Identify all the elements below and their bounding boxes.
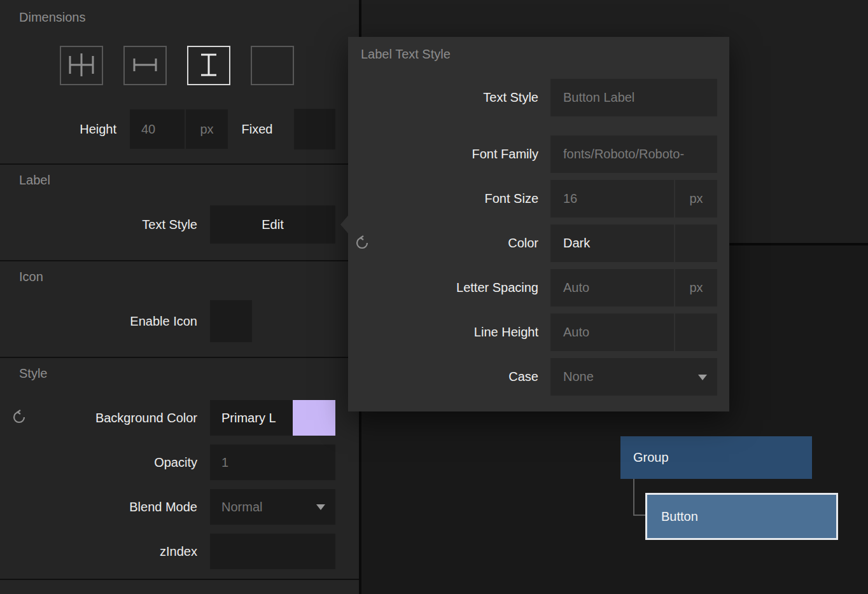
opacity-value: 1 bbox=[210, 445, 335, 480]
chevron-down-icon bbox=[698, 375, 707, 380]
line-height-unit-box bbox=[674, 314, 717, 351]
font-family-input[interactable]: fonts/Roboto/Roboto- bbox=[550, 135, 717, 173]
field-label-line-height: Line Height bbox=[348, 314, 538, 351]
size-mode-width-button[interactable] bbox=[123, 46, 167, 85]
field-label-case: Case bbox=[348, 358, 538, 396]
inspector-panel: Dimensions Height 40 px Fixed bbox=[0, 0, 361, 594]
height-label: Height bbox=[13, 109, 116, 149]
letter-spacing-unit-label: px bbox=[674, 269, 717, 307]
size-mode-width-height-button[interactable] bbox=[60, 46, 103, 85]
text-style-label: Text Style bbox=[13, 205, 197, 244]
field-label-text-style: Text Style bbox=[348, 79, 538, 116]
size-width-height-icon bbox=[67, 52, 95, 79]
section-divider bbox=[0, 357, 359, 358]
opacity-label: Opacity bbox=[13, 445, 197, 480]
height-input[interactable]: 40 bbox=[130, 109, 185, 149]
label-text-style-popover: Label Text Style Text Style Button Label… bbox=[348, 37, 729, 411]
enable-icon-checkbox[interactable] bbox=[210, 300, 252, 342]
zindex-input[interactable] bbox=[210, 534, 335, 569]
tree-connector bbox=[633, 479, 634, 516]
font-size-value: 16 bbox=[550, 180, 674, 218]
letter-spacing-input[interactable]: Auto px bbox=[550, 269, 717, 307]
popover-caret bbox=[340, 216, 348, 233]
icon-section-title: Icon bbox=[19, 270, 43, 284]
text-style-edit-button[interactable]: Edit bbox=[210, 205, 335, 244]
fixed-label: Fixed bbox=[230, 109, 284, 149]
field-label-color: Color bbox=[348, 224, 538, 262]
case-value: None bbox=[550, 358, 717, 396]
enable-icon-label: Enable Icon bbox=[13, 300, 197, 342]
background-color-value: Primary L bbox=[210, 400, 293, 436]
line-height-input[interactable]: Auto bbox=[550, 314, 717, 351]
font-size-unit-label: px bbox=[674, 180, 717, 218]
tree-connector bbox=[633, 515, 646, 516]
background-color-button[interactable]: Primary L bbox=[210, 400, 335, 436]
chevron-down-icon bbox=[316, 504, 325, 510]
size-mode-none-button[interactable] bbox=[251, 46, 294, 85]
style-section-title: Style bbox=[19, 366, 47, 381]
zindex-label: zIndex bbox=[13, 534, 197, 569]
size-height-icon bbox=[195, 52, 223, 79]
field-label-font-size: Font Size bbox=[348, 180, 538, 218]
blend-mode-dropdown[interactable]: Normal bbox=[210, 489, 335, 525]
case-dropdown[interactable]: None bbox=[550, 358, 717, 396]
dimensions-section-title: Dimensions bbox=[19, 10, 85, 25]
blend-mode-label: Blend Mode bbox=[13, 489, 197, 525]
size-mode-height-button[interactable] bbox=[187, 46, 230, 85]
section-divider bbox=[0, 163, 359, 165]
color-input[interactable]: Dark bbox=[550, 224, 717, 262]
layer-node-group[interactable]: Group bbox=[620, 436, 812, 479]
opacity-input[interactable]: 1 bbox=[210, 445, 335, 480]
background-color-swatch[interactable] bbox=[293, 400, 335, 436]
size-width-icon bbox=[131, 52, 159, 79]
text-style-name-value: Button Label bbox=[550, 79, 717, 116]
height-unit-label: px bbox=[186, 109, 228, 149]
section-divider bbox=[0, 579, 359, 580]
font-size-input[interactable]: 16 px bbox=[550, 180, 717, 218]
field-label-letter-spacing: Letter Spacing bbox=[348, 269, 538, 307]
layer-node-button[interactable]: Button bbox=[645, 493, 838, 540]
field-label-font-family: Font Family bbox=[348, 135, 538, 173]
section-divider bbox=[0, 260, 359, 261]
background-color-label: Background Color bbox=[13, 400, 197, 436]
popover-title: Label Text Style bbox=[361, 47, 451, 62]
font-family-value: fonts/Roboto/Roboto- bbox=[550, 135, 717, 173]
color-value: Dark bbox=[550, 224, 674, 262]
text-style-name-input[interactable]: Button Label bbox=[550, 79, 717, 116]
color-unit-box bbox=[674, 224, 717, 262]
line-height-value: Auto bbox=[550, 314, 674, 351]
letter-spacing-value: Auto bbox=[550, 269, 674, 307]
fixed-checkbox[interactable] bbox=[294, 109, 335, 149]
label-section-title: Label bbox=[19, 173, 50, 188]
